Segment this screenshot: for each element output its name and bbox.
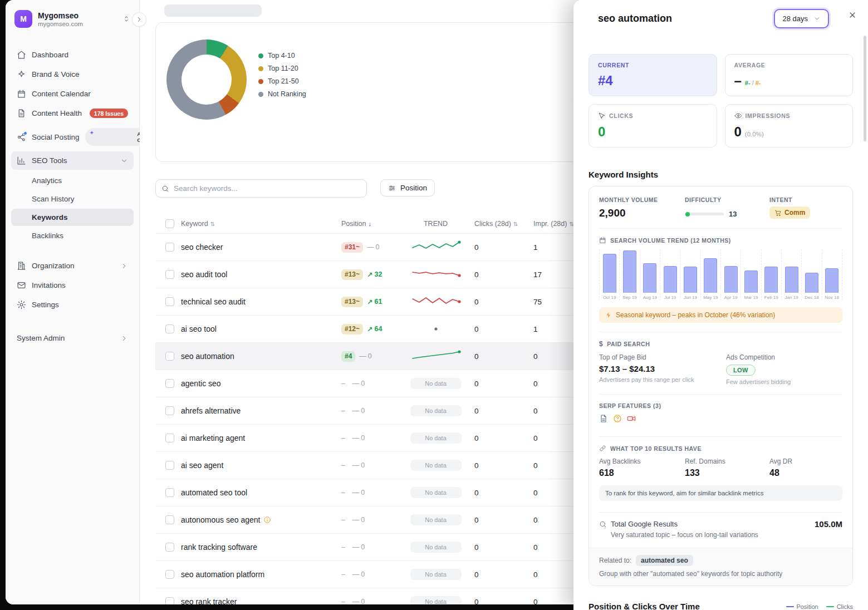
sidebar-item-label: Content Health [32,109,82,117]
sidebar-item-scan-history[interactable]: Scan History [11,190,134,208]
sidebar-item-settings[interactable]: Settings [11,296,134,314]
position-delta: —0 [352,543,365,551]
workspace-avatar: M [14,10,32,28]
row-checkbox[interactable] [165,324,174,333]
position-cell: – —0 [341,515,397,525]
trend-sparkline: No data [397,569,474,580]
row-checkbox[interactable] [165,515,174,524]
trend-sparkline [397,267,474,282]
position-filter-button[interactable]: Position [380,179,435,196]
sidebar-item-brand-voice[interactable]: Brand & Voice [11,65,134,83]
row-checkbox[interactable] [165,379,174,388]
related-keyword-chip[interactable]: automated seo [636,555,693,566]
position-badge: #12~ [341,324,363,334]
sidebar-item-organization[interactable]: Organization [11,257,134,275]
cart-icon [774,209,782,217]
stat-value: – [734,73,742,88]
clicks-value: 0 [474,461,523,470]
position-cell: #13~ ↗32 [341,269,397,280]
related-label: Related to: [599,557,631,564]
row-checkbox[interactable] [165,352,174,361]
bar-slot: Apr 19 [721,249,741,301]
stat-label: AVERAGE [734,62,844,68]
keyword-label: automated seo tool [181,488,247,497]
serp-feature-icons [599,414,842,423]
bar-slot: Oct 19 [599,249,620,301]
position-badge: – [341,378,349,389]
legend-dot [258,79,263,84]
keyword-label: ahrefs alternative [181,406,241,415]
position-cell: – —0 [341,460,397,471]
row-checkbox[interactable] [165,270,174,279]
position-clicks-section: Position & Clicks Over Time Position Cli… [589,602,853,610]
legend-item: Top 11-20 [258,65,306,72]
sidebar-item-social-posting[interactable]: Social Posting ✦ADD-ON [11,124,134,150]
search-input[interactable] [174,184,361,193]
legend-label: Position [797,603,818,610]
position-delta: —0 [352,434,365,442]
row-checkbox[interactable] [165,597,174,604]
volume-bar [724,266,738,293]
mail-icon [17,281,26,290]
sidebar-item-analytics[interactable]: Analytics [11,172,134,189]
sidebar-item-content-calendar[interactable]: Content Calendar [11,85,134,103]
average-position-card: AVERAGE – #- / #- [725,54,854,96]
position-badge: #31~ [341,242,363,253]
volume-bar [825,268,838,293]
position-cell: – —0 [341,488,397,498]
header-clicks[interactable]: Clicks (28d)⇅ [474,220,523,228]
workspace-switcher[interactable]: M Mygomseo mygomseo.com [11,8,134,30]
volume-bar [785,267,798,293]
sidebar-item-invitations[interactable]: Invitations [11,276,134,294]
keyword-label: autonomous seo agent [181,515,260,524]
position-cell: – —0 [341,542,397,553]
header-keyword[interactable]: Keyword⇅ [181,220,341,228]
row-checkbox[interactable] [165,543,174,552]
scrollbar[interactable] [864,36,866,141]
sidebar-collapse-button[interactable] [132,12,146,27]
row-checkbox[interactable] [165,406,174,415]
select-all-checkbox[interactable] [165,219,174,228]
legend-item: Top 21-50 [258,77,306,85]
date-range-select[interactable]: 28 days [774,9,829,28]
file-text-icon [17,109,26,118]
row-checkbox[interactable] [165,461,174,470]
close-icon[interactable] [847,10,858,21]
no-data-pill: No data [410,432,462,444]
workspace-name: Mygomseo [38,11,117,20]
row-checkbox[interactable] [165,243,174,252]
intent-label: INTENT [769,196,842,203]
clicks-value: 0 [474,270,523,279]
sidebar-item-backlinks[interactable]: Backlinks [11,227,134,244]
trend-sparkline [397,294,474,309]
sidebar-item-dashboard[interactable]: Dashboard [11,46,134,64]
header-position[interactable]: Position↓ [341,220,397,228]
sidebar-item-keywords[interactable]: Keywords [11,209,134,226]
intent-badge: Comm [769,206,810,219]
share-icon [17,132,26,142]
row-checkbox[interactable] [165,297,174,306]
position-badge: – [341,460,349,471]
legend-label: Top 4-10 [268,52,295,60]
keyword-label: ai seo tool [181,324,217,333]
sidebar-item-content-health[interactable]: Content Health 178 Issues [11,104,134,122]
dr-label: Avg DR [769,457,842,465]
legend-item: Top 4-10 [258,52,306,60]
sidebar-item-seo-tools[interactable]: SEO Tools [11,151,134,170]
row-checkbox[interactable] [165,434,174,442]
sidebar-item-label: SEO Tools [32,156,67,165]
sliders-icon [388,184,396,192]
clicks-value: 0 [474,543,523,552]
loading-placeholder [164,4,262,17]
eye-icon [734,112,742,120]
sidebar-item-label: Keywords [32,213,68,222]
backlinks-label: Avg Backlinks [599,457,685,465]
bid-note: Advertisers pay this range per click [599,376,726,383]
bar-slot: Aug 19 [640,249,660,301]
row-checkbox[interactable] [165,570,174,579]
clicks-value: 0 [474,598,523,605]
row-checkbox[interactable] [165,488,174,497]
sidebar-item-system-admin[interactable]: System Admin [11,329,134,347]
position-delta: —0 [352,407,365,415]
top10-callout: To rank for this keyword, aim for simila… [599,485,842,501]
